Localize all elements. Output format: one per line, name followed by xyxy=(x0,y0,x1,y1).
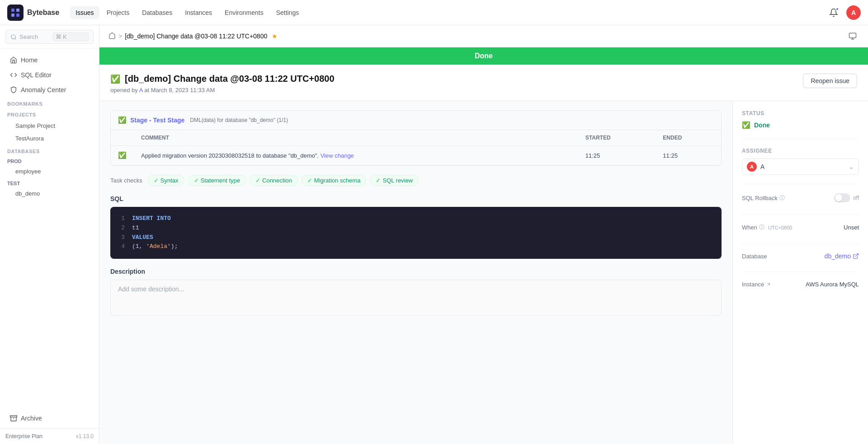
nav-right: A xyxy=(826,5,861,20)
user-avatar[interactable]: A xyxy=(846,5,861,20)
sql-editor-icon xyxy=(10,71,17,79)
nav-settings[interactable]: Settings xyxy=(271,6,305,19)
logo: Bytebase xyxy=(7,5,59,21)
search-icon xyxy=(10,34,17,40)
search-shortcut: ⌘ K xyxy=(53,33,89,41)
migration-comment: Applied migration version 20230308032518… xyxy=(141,152,319,159)
sql-line-2: 2 t1 xyxy=(118,224,714,233)
prod-env-label: Prod xyxy=(0,156,99,165)
issue-header: ✅ [db_demo] Change data @03-08 11:22 UTC… xyxy=(99,65,868,101)
when-timezone: UTC+0800 xyxy=(768,225,793,230)
status-check-icon: ✅ xyxy=(742,121,750,129)
nav-instances[interactable]: Instances xyxy=(179,6,217,19)
check-statement-type[interactable]: ✓ Statement type xyxy=(188,175,246,186)
task-checks-label: Task checks xyxy=(110,177,142,184)
plan-label: Enterprise Plan xyxy=(5,433,42,439)
projects-section: Projects xyxy=(0,108,99,119)
sidebar-item-home[interactable]: Home xyxy=(3,53,96,67)
sidebar-db-db-demo[interactable]: db_demo xyxy=(3,187,96,200)
nav-databases[interactable]: Databases xyxy=(137,6,178,19)
search-placeholder: Search xyxy=(19,33,50,40)
toggle-knob xyxy=(835,194,842,201)
check-statement-label: Statement type xyxy=(201,177,240,184)
when-section: When ⓘ UTC+0800 Unset xyxy=(742,224,859,243)
database-link[interactable]: db_demo xyxy=(825,252,859,260)
sidebar-item-sql-editor[interactable]: SQL Editor xyxy=(3,68,96,82)
sql-line-4: 4 (1, 'Adela'); xyxy=(118,242,714,252)
check-connection-label: Connection xyxy=(262,177,292,184)
version-label: v1.13.0 xyxy=(76,433,94,439)
col-status xyxy=(111,130,134,146)
star-button[interactable]: ★ xyxy=(272,33,278,40)
check-migration-schema[interactable]: ✓ Migration schema xyxy=(302,175,367,186)
toggle-off-label: off xyxy=(853,195,859,201)
when-help-icon[interactable]: ⓘ xyxy=(759,224,764,231)
check-syntax-label: Syntax xyxy=(160,177,179,184)
breadcrumb-home[interactable] xyxy=(108,32,116,41)
stage-title-link[interactable]: Stage - Test Stage xyxy=(130,117,184,124)
notification-dot xyxy=(835,7,839,11)
when-label: When xyxy=(742,224,757,231)
row-comment: Applied migration version 20230308032518… xyxy=(134,146,578,165)
sql-line-1: 1 INSERT INTO xyxy=(118,214,714,224)
sql-kw-1: INSERT INTO xyxy=(132,214,171,224)
sidebar-item-anomaly-center[interactable]: Anomaly Center xyxy=(3,83,96,97)
sql-rollback-label: SQL Rollback xyxy=(742,195,778,201)
sql-section-label: SQL xyxy=(110,195,722,202)
instance-row: Instance AWS Aurora MySQL xyxy=(742,281,859,288)
svg-rect-5 xyxy=(10,416,17,417)
check-syntax[interactable]: ✓ Syntax xyxy=(148,175,184,186)
logo-text: Bytebase xyxy=(27,9,59,17)
issue-title: [db_demo] Change data @03-08 11:22 UTC+0… xyxy=(125,74,335,84)
layout: Search ⌘ K Home SQL Editor A xyxy=(0,25,868,444)
nav-issues[interactable]: Issues xyxy=(70,6,99,19)
assignee-section: Assignee A A ⌄ xyxy=(742,148,859,184)
check-connection-icon: ✓ xyxy=(255,177,260,184)
logo-icon xyxy=(7,5,24,21)
search-box[interactable]: Search ⌘ K xyxy=(5,30,94,44)
sql-rollback-section: SQL Rollback ⓘ off xyxy=(742,193,859,215)
when-key: When ⓘ UTC+0800 xyxy=(742,224,792,231)
sidebar-db-employee[interactable]: employee xyxy=(3,165,96,178)
breadcrumb-current: [db_demo] Change data @03-08 11:22 UTC+0… xyxy=(125,33,267,40)
sidebar-project-testaurora[interactable]: TestAurora xyxy=(3,132,96,145)
status-value: Done xyxy=(754,122,770,129)
reopen-issue-button[interactable]: Reopen issue xyxy=(803,74,857,88)
row-started: 11:25 xyxy=(578,146,656,165)
monitor-button[interactable] xyxy=(846,30,859,42)
check-connection[interactable]: ✓ Connection xyxy=(250,175,298,186)
nav-projects[interactable]: Projects xyxy=(101,6,135,19)
check-statement-icon: ✓ xyxy=(194,177,199,184)
stage-table: Comment Started Ended ✅ Applied migratio… xyxy=(111,130,721,165)
sidebar: Search ⌘ K Home SQL Editor A xyxy=(0,25,99,444)
issue-author-link[interactable]: A xyxy=(139,87,143,93)
databases-section-label: Databases xyxy=(0,145,99,156)
sidebar-project-sample[interactable]: Sample Project xyxy=(3,120,96,132)
issue-status-check: ✅ xyxy=(110,74,120,84)
sql-rollback-key: SQL Rollback ⓘ xyxy=(742,194,785,202)
stage-sub: DML(data) for database "db_demo" (1/1) xyxy=(190,117,288,123)
sql-mixed-4: (1, 'Adela'); xyxy=(132,242,178,252)
description-label: Description xyxy=(110,268,722,275)
check-sql-review[interactable]: ✓ SQL review xyxy=(370,175,419,186)
sql-rollback-toggle[interactable] xyxy=(834,193,850,202)
nav-environments[interactable]: Environments xyxy=(219,6,269,19)
instance-value: AWS Aurora MySQL xyxy=(806,281,859,288)
description-input[interactable]: Add some description... xyxy=(110,280,722,316)
row-ended: 11:25 xyxy=(656,146,721,165)
col-ended: Ended xyxy=(656,130,721,146)
assignee-avatar: A xyxy=(747,162,757,172)
status-row: ✅ Done xyxy=(742,121,859,129)
svg-rect-7 xyxy=(849,33,856,38)
sql-rollback-help-icon[interactable]: ⓘ xyxy=(779,194,785,202)
notification-bell[interactable] xyxy=(826,5,841,20)
breadcrumb-bar: > [db_demo] Change data @03-08 11:22 UTC… xyxy=(99,25,868,47)
assignee-selector[interactable]: A A ⌄ xyxy=(742,159,859,175)
bookmarks-section: Bookmarks xyxy=(0,98,99,108)
assignee-name: A xyxy=(760,163,845,170)
check-sql-review-label: SQL review xyxy=(382,177,413,184)
assignee-label: Assignee xyxy=(742,148,859,154)
view-change-link[interactable]: View change xyxy=(321,152,354,159)
sidebar-item-archive[interactable]: Archive xyxy=(3,411,96,425)
check-syntax-icon: ✓ xyxy=(154,177,159,184)
